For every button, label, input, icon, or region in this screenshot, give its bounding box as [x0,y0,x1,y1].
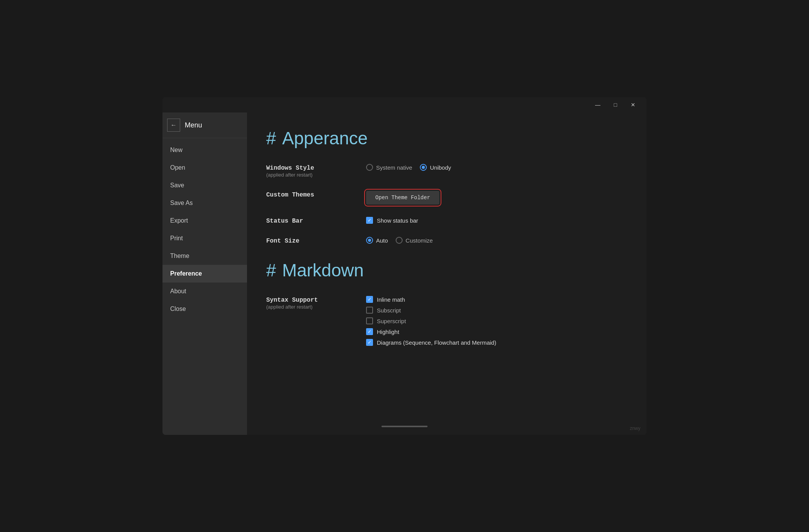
sidebar-item-save[interactable]: Save [162,177,247,194]
sidebar-item-export[interactable]: Export [162,212,247,230]
radio-customize[interactable]: Customize [396,237,433,244]
highlight-checkmark: ✓ [368,329,371,334]
radio-auto-circle [366,237,373,244]
radio-unibody-circle [420,164,427,171]
font-size-row: Font Size Auto Customize [266,237,627,245]
sidebar-item-new[interactable]: New [162,141,247,159]
custom-themes-row: Custom Themes Open Theme Folder [266,191,627,205]
sidebar-item-preference[interactable]: Preference [162,265,247,283]
maximize-button[interactable]: □ [607,99,624,111]
scrollbar-indicator[interactable] [381,426,428,427]
titlebar: — □ ✕ [162,97,647,112]
inline-math-checkmark: ✓ [368,297,371,302]
checkbox-diagrams-box: ✓ [366,339,373,346]
syntax-support-label: Syntax Support (applied after restart) [266,296,366,311]
sidebar-item-about[interactable]: About [162,283,247,300]
windows-style-label: Windows Style (applied after restart) [266,164,366,178]
custom-themes-controls: Open Theme Folder [366,191,627,205]
windows-style-row: Windows Style (applied after restart) Sy… [266,164,627,178]
radio-auto-dot [368,239,371,242]
close-button[interactable]: ✕ [624,99,642,111]
radio-auto[interactable]: Auto [366,237,388,244]
appearance-hash: # [266,128,276,148]
main-content: #Apperance Windows Style (applied after … [247,112,647,435]
status-bar-controls: ✓ Show status bar [366,217,627,224]
radio-customize-circle [396,237,403,244]
checkbox-superscript-box [366,317,373,324]
syntax-support-controls: ✓ Inline math Subscript Superscript [366,296,496,346]
diagrams-checkmark: ✓ [368,340,371,345]
checkbox-highlight-box: ✓ [366,328,373,335]
status-bar-checkbox[interactable]: ✓ Show status bar [366,217,418,224]
checkbox-inline-math[interactable]: ✓ Inline math [366,296,496,303]
window-body: ← Menu New Open Save Save As Export Prin… [162,112,647,435]
status-bar-checkbox-box: ✓ [366,217,373,224]
status-bar-row: Status Bar ✓ Show status bar [266,217,627,225]
sidebar-item-print[interactable]: Print [162,230,247,247]
checkbox-subscript-box [366,307,373,314]
watermark: znwy [630,426,640,431]
checkbox-diagrams[interactable]: ✓ Diagrams (Sequence, Flowchart and Merm… [366,339,496,346]
sidebar: ← Menu New Open Save Save As Export Prin… [162,112,247,435]
status-bar-label: Status Bar [266,217,366,225]
syntax-support-row: Syntax Support (applied after restart) ✓… [266,296,627,346]
back-button[interactable]: ← [167,119,180,132]
appearance-section-title: #Apperance [266,128,627,149]
sidebar-item-theme[interactable]: Theme [162,247,247,265]
open-theme-folder-button[interactable]: Open Theme Folder [366,191,439,205]
status-bar-checkmark: ✓ [368,218,371,223]
sidebar-item-close[interactable]: Close [162,300,247,318]
markdown-hash: # [266,260,276,280]
minimize-button[interactable]: — [589,99,607,111]
windows-style-controls: System native Unibody [366,164,627,171]
checkbox-subscript[interactable]: Subscript [366,307,496,314]
checkbox-highlight[interactable]: ✓ Highlight [366,328,496,335]
checkbox-inline-math-box: ✓ [366,296,373,303]
sidebar-item-open[interactable]: Open [162,159,247,177]
radio-unibody[interactable]: Unibody [420,164,451,171]
radio-system-native-circle [366,164,373,171]
font-size-controls: Auto Customize [366,237,627,244]
sidebar-title: Menu [185,121,202,129]
markdown-section-title: #Markdown [266,260,627,281]
checkbox-superscript[interactable]: Superscript [366,317,496,324]
sidebar-header: ← Menu [162,112,247,138]
app-window: — □ ✕ ← Menu New Open Save Save As Expor… [162,97,647,435]
font-size-label: Font Size [266,237,366,245]
radio-system-native[interactable]: System native [366,164,412,171]
custom-themes-label: Custom Themes [266,191,366,198]
radio-unibody-dot [422,166,425,169]
sidebar-item-save-as[interactable]: Save As [162,194,247,212]
